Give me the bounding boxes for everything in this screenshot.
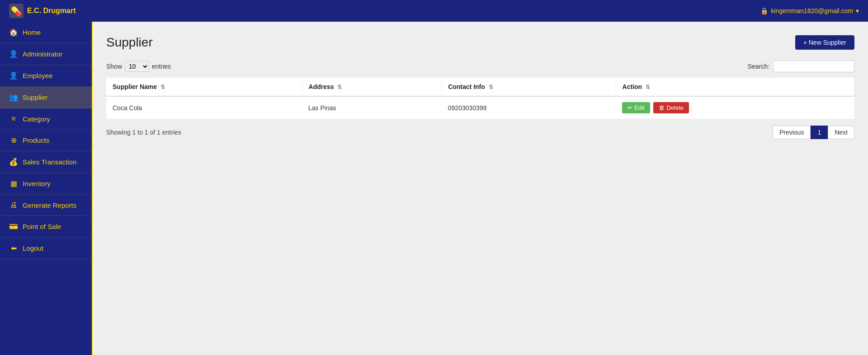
previous-button[interactable]: Previous (773, 126, 811, 139)
sales-icon: 💰 (9, 158, 18, 166)
sidebar-item-category[interactable]: ≡ Category (0, 108, 92, 130)
edit-button[interactable]: ✏ Edit (622, 102, 650, 113)
pos-icon: 💳 (9, 222, 18, 231)
cell-contact-info: 09203030399 (442, 96, 616, 119)
new-supplier-button[interactable]: + New Supplier (795, 35, 854, 50)
sidebar-label-reports: Generate Reports (23, 201, 76, 209)
sort-icon-contact: ⇅ (489, 84, 493, 90)
sidebar-item-logout[interactable]: ⬅ Logout (0, 238, 92, 259)
home-icon: 🏠 (9, 28, 18, 37)
employee-icon: 👤 (9, 71, 18, 80)
lock-icon: 🔒 (760, 7, 768, 14)
reports-icon: 🖨 (9, 201, 18, 209)
brand-name: E.C. Drugmart (27, 7, 76, 15)
entries-select[interactable]: 10 25 50 100 (125, 61, 149, 72)
main-content: Supplier + New Supplier Show 10 25 50 10… (93, 22, 868, 355)
edit-icon: ✏ (627, 104, 632, 111)
sidebar: 🏠 Home 👤 Administrator 👤 Employee 👥 Supp… (0, 22, 93, 355)
page-title: Supplier (106, 35, 153, 50)
products-icon: ⊕ (9, 136, 18, 145)
sort-icon-action: ⇅ (646, 84, 650, 90)
sidebar-item-supplier[interactable]: 👥 Supplier (0, 87, 92, 108)
table-controls: Show 10 25 50 100 entries Search: (106, 61, 854, 72)
supplier-icon: 👥 (9, 93, 18, 102)
pagination-controls: Previous 1 Next (773, 126, 854, 139)
category-icon: ≡ (9, 115, 18, 123)
col-contact-info[interactable]: Contact Info ⇅ (442, 78, 616, 96)
trash-icon: 🗑 (659, 104, 665, 111)
show-label: Show (106, 63, 122, 70)
show-entries: Show 10 25 50 100 entries (106, 61, 171, 72)
sidebar-label-logout: Logout (23, 244, 43, 252)
search-box: Search: (748, 61, 854, 72)
page-header: Supplier + New Supplier (106, 35, 854, 50)
cell-supplier-name: Coca Cola (106, 96, 302, 119)
col-action[interactable]: Action ⇅ (616, 78, 854, 96)
col-address[interactable]: Address ⇅ (302, 78, 442, 96)
sidebar-label-home: Home (23, 28, 41, 36)
sidebar-label-administrator: Administrator (23, 50, 62, 58)
col-supplier-name[interactable]: Supplier Name ⇅ (106, 78, 302, 96)
search-label: Search: (748, 63, 769, 70)
pagination-row: Showing 1 to 1 of 1 entries Previous 1 N… (106, 126, 854, 139)
sidebar-item-sales-transaction[interactable]: 💰 Sales Transaction (0, 151, 92, 173)
page-1-button[interactable]: 1 (811, 126, 828, 139)
cell-address: Las Pinas (302, 96, 442, 119)
sidebar-label-pos: Point of Sale (23, 223, 61, 230)
sidebar-label-supplier: Supplier (23, 93, 47, 101)
sidebar-label-category: Category (23, 115, 50, 123)
brand-icon: 💊 (9, 4, 24, 18)
user-info[interactable]: 🔒 kingemman1820@gmail.com ▾ (760, 7, 859, 14)
sidebar-item-employee[interactable]: 👤 Employee (0, 65, 92, 87)
sidebar-item-products[interactable]: ⊕ Products (0, 130, 92, 151)
sidebar-item-generate-reports[interactable]: 🖨 Generate Reports (0, 195, 92, 216)
sidebar-label-products: Products (23, 136, 49, 144)
sidebar-item-point-of-sale[interactable]: 💳 Point of Sale (0, 216, 92, 238)
next-button[interactable]: Next (828, 126, 854, 139)
sort-icon-name: ⇅ (160, 84, 165, 90)
logout-icon: ⬅ (9, 244, 18, 252)
dropdown-icon: ▾ (856, 7, 859, 14)
cell-action: ✏ Edit 🗑 Delete (616, 96, 854, 119)
table-body: Coca Cola Las Pinas 09203030399 ✏ Edit 🗑… (106, 96, 854, 119)
search-input[interactable] (773, 61, 854, 72)
topbar: 💊 E.C. Drugmart 🔒 kingemman1820@gmail.co… (0, 0, 868, 22)
sidebar-item-home[interactable]: 🏠 Home (0, 22, 92, 43)
sidebar-label-inventory: Inventory (23, 180, 51, 187)
supplier-table-wrapper: Supplier Name ⇅ Address ⇅ Contact Info ⇅ (106, 78, 854, 119)
svg-text:💊: 💊 (11, 6, 22, 17)
table-row: Coca Cola Las Pinas 09203030399 ✏ Edit 🗑… (106, 96, 854, 119)
delete-button[interactable]: 🗑 Delete (653, 102, 689, 113)
table-header-row: Supplier Name ⇅ Address ⇅ Contact Info ⇅ (106, 78, 854, 96)
brand: 💊 E.C. Drugmart (9, 4, 76, 18)
administrator-icon: 👤 (9, 50, 18, 58)
user-email: kingemman1820@gmail.com (771, 7, 853, 14)
sidebar-label-sales: Sales Transaction (23, 158, 76, 166)
supplier-table: Supplier Name ⇅ Address ⇅ Contact Info ⇅ (106, 78, 854, 119)
pagination-info: Showing 1 to 1 of 1 entries (106, 129, 181, 136)
sort-icon-address: ⇅ (337, 84, 342, 90)
inventory-icon: ▦ (9, 179, 18, 188)
sidebar-label-employee: Employee (23, 72, 53, 79)
sidebar-item-inventory[interactable]: ▦ Inventory (0, 173, 92, 195)
sidebar-item-administrator[interactable]: 👤 Administrator (0, 43, 92, 65)
entries-label: entries (152, 63, 171, 70)
